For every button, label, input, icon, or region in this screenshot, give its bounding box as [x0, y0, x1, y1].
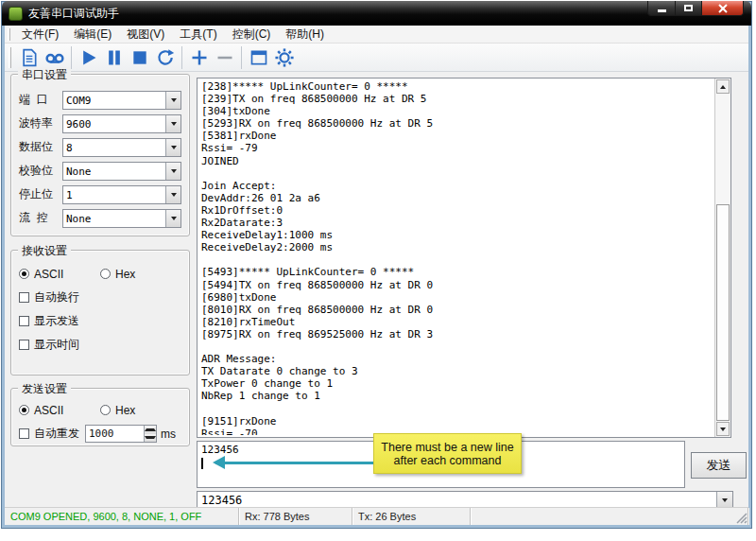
minimize-button[interactable]	[647, 1, 676, 16]
settings-button[interactable]	[271, 45, 297, 70]
menu-file[interactable]: 文件(F)	[14, 25, 66, 44]
gear-icon	[275, 48, 294, 67]
rx-bytes: Rx: 778 Bytes	[239, 508, 352, 525]
baud-select[interactable]: 9600	[62, 114, 181, 133]
zoom-in-button[interactable]	[186, 45, 212, 70]
vertical-scrollbar[interactable]	[714, 79, 730, 437]
parity-value: None	[66, 166, 92, 178]
send-ascii-option[interactable]: ASCII	[19, 404, 100, 417]
terminal-text: [238]***** UpLinkCounter= 0 ***** [239]T…	[201, 80, 713, 435]
refresh-button[interactable]	[152, 45, 178, 70]
scroll-down-button[interactable]	[716, 422, 730, 436]
chevron-up-icon	[145, 427, 156, 431]
send-ascii-label: ASCII	[34, 404, 63, 417]
chevron-down-icon	[171, 98, 177, 105]
flowctrl-value: None	[66, 213, 92, 225]
auto-resend-label: 自动重发	[34, 426, 79, 442]
menu-bar: 文件(F) 编辑(E) 视图(V) 工具(T) 控制(C) 帮助(H)	[5, 26, 748, 44]
auto-resend-row: 自动重发 1000 ms	[19, 422, 181, 445]
play-button[interactable]	[76, 45, 101, 70]
baud-value: 9600	[66, 118, 92, 131]
pause-icon	[105, 48, 124, 67]
new-file-button[interactable]	[16, 45, 42, 70]
toolbar-separator	[71, 46, 72, 69]
chevron-down-icon	[720, 428, 726, 434]
resend-interval-stepper[interactable]: 1000	[85, 425, 157, 443]
menu-control[interactable]: 控制(C)	[225, 25, 279, 44]
auto-newline-option[interactable]: 自动换行	[19, 286, 181, 309]
tx-bytes: Tx: 26 Bytes	[352, 508, 471, 525]
record-icon	[44, 48, 65, 67]
plus-icon	[190, 48, 209, 67]
flowctrl-select[interactable]: None	[62, 209, 181, 228]
settings-panel: 串口设置 端 口 COM9 波特率 9600 数据位 8 校验位 None	[10, 74, 190, 446]
checkbox-icon	[19, 316, 29, 326]
radio-checked-icon	[19, 405, 29, 415]
record-button[interactable]	[42, 45, 67, 70]
databits-value: 8	[66, 142, 73, 154]
recv-format-row: ASCII Hex	[19, 262, 181, 286]
parity-select[interactable]: None	[62, 162, 181, 181]
refresh-icon	[156, 48, 175, 67]
menu-view[interactable]: 视图(V)	[119, 25, 172, 44]
minus-icon	[215, 48, 234, 67]
maximize-button[interactable]	[676, 1, 702, 16]
stop-button[interactable]	[127, 45, 152, 70]
app-window: 友善串口调试助手 文件(F) 编辑(E) 视图(V) 工具(T) 控制(C) 帮…	[2, 2, 751, 528]
receive-settings-title: 接收设置	[18, 243, 71, 259]
recv-hex-option[interactable]: Hex	[100, 268, 181, 281]
checkbox-icon	[19, 292, 29, 303]
arrow-head-icon	[206, 456, 225, 469]
port-row: 端 口 COM9	[19, 88, 181, 112]
pause-button[interactable]	[101, 45, 127, 70]
port-value: COM9	[66, 95, 92, 107]
resize-grip[interactable]	[734, 511, 747, 524]
dropdown-button[interactable]	[165, 115, 180, 132]
send-button[interactable]: 发送	[691, 452, 747, 479]
scroll-up-button[interactable]	[716, 79, 730, 94]
dropdown-button[interactable]	[165, 163, 180, 180]
terminal-output[interactable]: [238]***** UpLinkCounter= 0 ***** [239]T…	[197, 78, 731, 438]
minimize-icon	[658, 9, 666, 12]
send-hex-option[interactable]: Hex	[100, 404, 181, 417]
toolbar	[5, 44, 748, 72]
dropdown-button[interactable]	[165, 210, 180, 227]
play-icon	[79, 48, 98, 67]
radio-checked-icon	[19, 269, 29, 279]
show-send-option[interactable]: 显示发送	[19, 309, 181, 333]
dropdown-button[interactable]	[165, 186, 180, 203]
dropdown-button[interactable]	[716, 492, 732, 508]
stopbits-value: 1	[66, 189, 73, 201]
panel-icon	[249, 48, 268, 67]
title-bar[interactable]: 友善串口调试助手	[2, 1, 751, 26]
port-select[interactable]: COM9	[62, 91, 181, 110]
dropdown-button[interactable]	[165, 139, 180, 156]
chevron-down-icon	[171, 193, 177, 200]
recv-ascii-label: ASCII	[34, 268, 63, 281]
chevron-down-icon	[722, 498, 728, 505]
menu-help[interactable]: 帮助(H)	[278, 25, 332, 44]
close-button[interactable]	[702, 1, 744, 16]
show-time-option[interactable]: 显示时间	[19, 333, 181, 357]
stop-icon	[130, 48, 149, 67]
scrollbar-thumb[interactable]	[716, 204, 730, 421]
port-label: 端 口	[19, 92, 62, 108]
toolbar-grip	[9, 47, 11, 68]
menu-tools[interactable]: 工具(T)	[172, 25, 224, 44]
stepper-up[interactable]	[145, 426, 156, 434]
menu-edit[interactable]: 编辑(E)	[66, 25, 119, 44]
panel-button[interactable]	[246, 45, 271, 70]
zoom-out-button[interactable]	[212, 45, 237, 70]
baud-row: 波特率 9600	[19, 112, 181, 135]
status-bar: COM9 OPENED, 9600, 8, NONE, 1, OFF Rx: 7…	[5, 507, 748, 525]
stopbits-select[interactable]: 1	[62, 185, 181, 204]
dropdown-button[interactable]	[165, 92, 180, 109]
close-icon	[718, 4, 728, 13]
ms-label: ms	[161, 428, 176, 441]
show-time-label: 显示时间	[34, 337, 79, 353]
databits-select[interactable]: 8	[62, 138, 181, 157]
recv-ascii-option[interactable]: ASCII	[19, 268, 100, 281]
receive-settings-group: 接收设置 ASCII Hex 自动换行 显示发送	[10, 250, 190, 375]
stepper-down[interactable]	[145, 434, 156, 443]
checkbox-icon[interactable]	[19, 428, 29, 439]
